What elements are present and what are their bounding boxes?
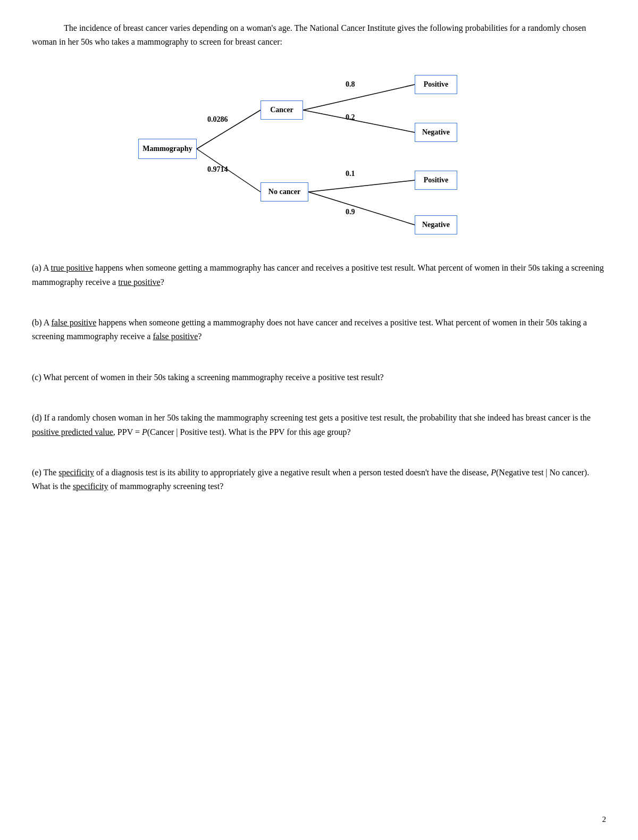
tree-diagram: Mammography Cancer No cancer Positive Ne… [138, 64, 500, 245]
label-prob-neg-given-no-cancer: 0.9 [346, 208, 355, 216]
page-number: 2 [602, 815, 607, 824]
svg-line-5 [308, 192, 415, 225]
question-d-label: (d) [32, 413, 42, 422]
node-cancer: Cancer [261, 100, 303, 120]
node-positive1: Positive [415, 75, 457, 94]
question-a: (a) A true positive happens when someone… [32, 261, 606, 289]
label-prob-cancer: 0.0286 [207, 115, 228, 124]
svg-line-0 [197, 110, 261, 149]
label-prob-no-cancer: 0.9714 [207, 165, 228, 174]
question-a-label: (a) [32, 263, 41, 272]
question-e-label: (e) [32, 468, 41, 477]
node-negative1: Negative [415, 123, 457, 142]
intro-paragraph: The incidence of breast cancer varies de… [32, 21, 606, 48]
label-prob-pos-given-cancer: 0.8 [346, 80, 355, 89]
label-prob-neg-given-cancer: 0.2 [346, 113, 355, 122]
question-b-term1: false positive [51, 318, 96, 327]
svg-line-2 [303, 85, 415, 110]
svg-line-1 [197, 149, 261, 192]
question-e-term1: specificity [58, 468, 94, 477]
question-c: (c) What percent of women in their 50s t… [32, 371, 606, 384]
node-negative2: Negative [415, 215, 457, 234]
question-c-label: (c) [32, 373, 41, 382]
question-a-term2: true positive [118, 278, 161, 287]
question-b: (b) A false positive happens when someon… [32, 316, 606, 344]
svg-line-4 [308, 180, 415, 192]
question-d: (d) If a randomly chosen woman in her 50… [32, 411, 606, 439]
node-no-cancer: No cancer [261, 182, 308, 201]
node-mammography: Mammography [138, 139, 197, 159]
question-a-term1: true positive [51, 263, 94, 272]
svg-line-3 [303, 110, 415, 132]
node-positive2: Positive [415, 171, 457, 190]
question-e: (e) The specificity of a diagnosis test … [32, 466, 606, 494]
question-e-term2: specificity [73, 482, 108, 491]
label-prob-pos-given-no-cancer: 0.1 [346, 170, 355, 178]
question-b-term2: false positive [153, 332, 198, 341]
question-b-label: (b) [32, 318, 42, 327]
question-d-term1: positive predicted value [32, 427, 113, 436]
